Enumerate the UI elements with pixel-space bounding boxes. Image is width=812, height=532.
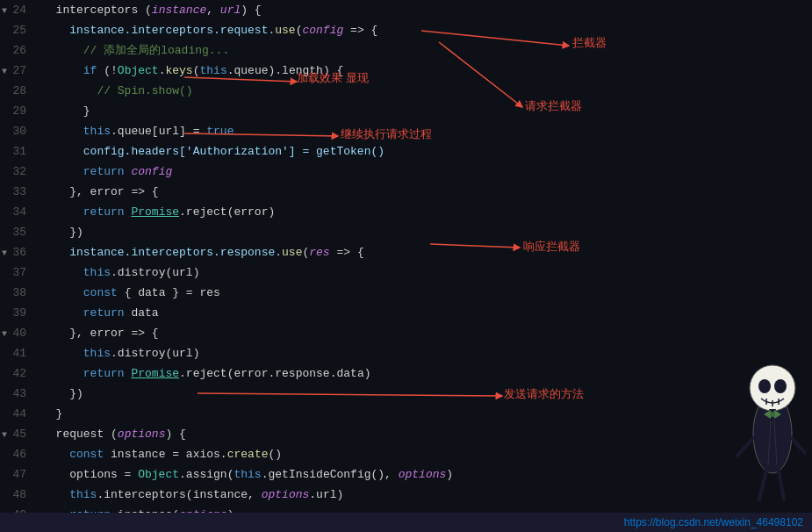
line-48: 48 this.interceptors(instance, options.u…	[0, 485, 764, 505]
line-content-27: if (!Object.keys(this.queue).length) {	[33, 61, 343, 81]
line-number-34: 34	[0, 202, 33, 222]
line-content-25: instance.interceptors.request.use(config…	[33, 20, 377, 40]
line-content-44: }	[33, 404, 62, 424]
line-content-30: this.queue[url] = true	[33, 121, 234, 141]
line-42: 42 return Promise.reject(error.response.…	[0, 363, 764, 384]
line-content-39: return data	[33, 303, 159, 323]
line-number-38: 38	[0, 283, 33, 303]
character-illustration	[733, 355, 812, 513]
line-26: 26 // 添加全局的loading...	[0, 40, 764, 61]
line-content-40: }, error => {	[33, 323, 159, 343]
line-number-47: 47	[0, 464, 33, 485]
line-number-40: ▼40	[0, 323, 33, 343]
line-30: 30 this.queue[url] = true	[0, 121, 764, 141]
line-35: 35 })	[0, 222, 764, 242]
code-area: ▼24 interceptors (instance, url) {25 ins…	[0, 0, 764, 532]
line-44: 44 }	[0, 404, 764, 424]
line-content-32: return config	[33, 162, 172, 182]
line-content-28: // Spin.show()	[33, 81, 193, 101]
line-number-37: 37	[0, 262, 33, 283]
line-25: 25 instance.interceptors.request.use(con…	[0, 20, 764, 40]
line-content-34: return Promise.reject(error)	[33, 202, 275, 222]
footer-url: https://blog.csdn.net/weixin_46498102	[624, 516, 803, 528]
footer-bar: https://blog.csdn.net/weixin_46498102	[0, 513, 812, 532]
line-number-41: 41	[0, 343, 33, 363]
svg-point-22	[770, 412, 775, 417]
line-content-37: this.distroy(url)	[33, 262, 199, 283]
line-40: ▼40 }, error => {	[0, 323, 764, 343]
line-31: 31 config.headers['Authorization'] = get…	[0, 141, 764, 162]
svg-point-8	[758, 379, 771, 393]
line-number-48: 48	[0, 485, 33, 505]
line-content-46: const instance = axios.create()	[33, 444, 282, 464]
line-46: 46 const instance = axios.create()	[0, 444, 764, 464]
line-content-35: })	[33, 222, 83, 242]
line-number-46: 46	[0, 444, 33, 464]
line-45: ▼45 request (options) {	[0, 424, 764, 444]
line-34: 34 return Promise.reject(error)	[0, 202, 764, 222]
line-content-38: const { data } = res	[33, 283, 220, 303]
line-38: 38 const { data } = res	[0, 283, 764, 303]
line-27: ▼27 if (!Object.keys(this.queue).length)…	[0, 61, 764, 81]
line-content-33: }, error => {	[33, 182, 159, 202]
line-content-43: })	[33, 384, 83, 404]
line-33: 33 }, error => {	[0, 182, 764, 202]
line-content-36: instance.interceptors.response.use(res =…	[33, 242, 364, 262]
svg-line-15	[792, 438, 805, 453]
line-content-29: }	[33, 101, 90, 121]
line-content-45: request (options) {	[33, 424, 186, 444]
line-36: ▼36 instance.interceptors.response.use(r…	[0, 242, 764, 262]
line-content-31: config.headers['Authorization'] = getTok…	[33, 141, 384, 162]
line-number-30: 30	[0, 121, 33, 141]
line-number-45: ▼45	[0, 424, 33, 444]
line-28: 28 // Spin.show()	[0, 81, 764, 101]
line-number-29: 29	[0, 101, 33, 121]
line-32: 32 return config	[0, 162, 764, 182]
line-number-36: ▼36	[0, 242, 33, 262]
line-41: 41 this.distroy(url)	[0, 343, 764, 363]
line-number-28: 28	[0, 81, 33, 101]
svg-line-14	[737, 438, 753, 456]
svg-line-16	[759, 471, 766, 500]
line-number-27: ▼27	[0, 61, 33, 81]
line-39: 39 return data	[0, 303, 764, 323]
svg-point-9	[774, 379, 787, 393]
line-47: 47 options = Object.assign(this.getInsid…	[0, 464, 764, 485]
line-number-25: 25	[0, 20, 33, 40]
line-29: 29 }	[0, 101, 764, 121]
line-content-24: interceptors (instance, url) {	[33, 0, 262, 20]
line-content-42: return Promise.reject(error.response.dat…	[33, 363, 370, 384]
line-number-31: 31	[0, 141, 33, 162]
line-number-32: 32	[0, 162, 33, 182]
line-content-48: this.interceptors(instance, options.url)	[33, 485, 343, 505]
line-number-33: 33	[0, 182, 33, 202]
line-number-43: 43	[0, 384, 33, 404]
svg-line-17	[779, 471, 784, 500]
code-container: ▼24 interceptors (instance, url) {25 ins…	[0, 0, 812, 532]
line-37: 37 this.distroy(url)	[0, 262, 764, 283]
line-content-41: this.distroy(url)	[33, 343, 199, 363]
line-number-42: 42	[0, 363, 33, 384]
line-number-24: ▼24	[0, 0, 33, 20]
line-number-44: 44	[0, 404, 33, 424]
line-content-47: options = Object.assign(this.getInsideCo…	[33, 464, 453, 485]
line-number-35: 35	[0, 222, 33, 242]
line-24: ▼24 interceptors (instance, url) {	[0, 0, 764, 20]
line-43: 43 })	[0, 384, 764, 404]
line-number-39: 39	[0, 303, 33, 323]
line-content-26: // 添加全局的loading...	[33, 40, 229, 61]
line-number-26: 26	[0, 40, 33, 61]
